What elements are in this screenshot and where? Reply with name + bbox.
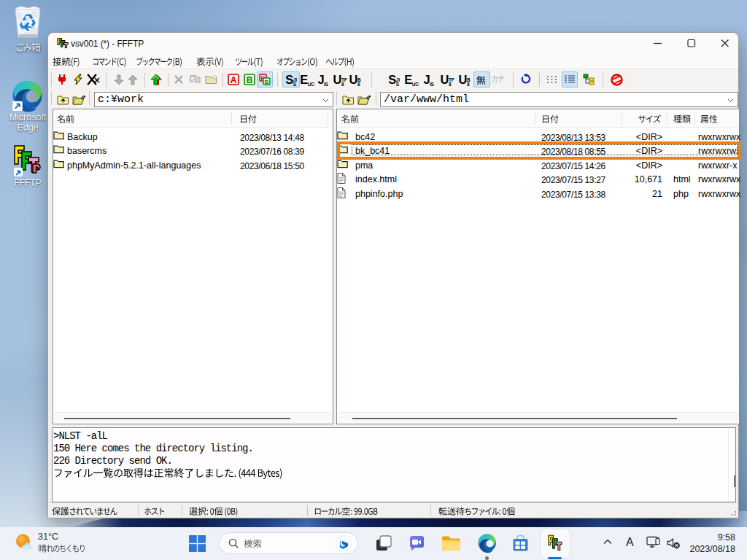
svg-text:B: B [265, 79, 269, 85]
svg-text:A: A [231, 75, 237, 85]
svg-text:B: B [247, 75, 253, 85]
